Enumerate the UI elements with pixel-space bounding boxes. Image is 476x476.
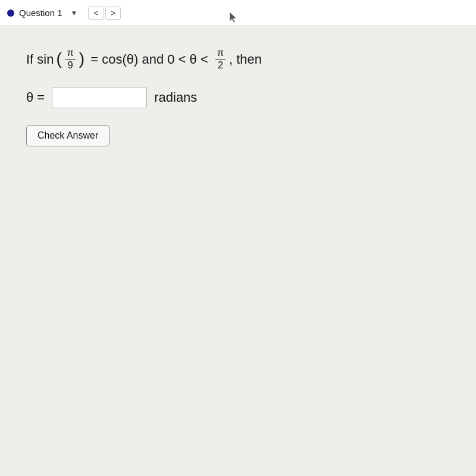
theta-equals-label: θ = — [26, 90, 45, 105]
prev-question-button[interactable]: < — [88, 7, 104, 20]
fraction-pi-over-2: π 2 — [215, 48, 226, 70]
fraction-numerator: π — [65, 48, 76, 60]
answer-input[interactable] — [52, 87, 147, 108]
close-paren: ) — [79, 51, 84, 67]
problem-suffix: , then — [229, 49, 262, 70]
check-answer-button[interactable]: Check Answer — [26, 125, 109, 146]
problem-equals-cos: = cos(θ) and 0 < θ < — [87, 49, 212, 70]
header-bar: Question 1 ▼ < > — [0, 0, 476, 26]
fraction2-numerator: π — [215, 48, 226, 60]
question-dot — [7, 10, 14, 17]
nav-buttons: < > — [88, 7, 120, 20]
next-question-button[interactable]: > — [105, 7, 121, 20]
answer-row: θ = radians — [26, 87, 450, 108]
open-paren: ( — [56, 51, 61, 67]
fraction-denominator: 9 — [66, 60, 75, 71]
question-label: Question 1 — [19, 8, 62, 18]
question-dropdown-button[interactable]: ▼ — [67, 8, 82, 18]
radians-label: radians — [154, 90, 197, 105]
problem-statement: If sin ( π 9 ) = cos(θ) and 0 < θ < π 2 … — [26, 48, 450, 70]
problem-prefix: If sin — [26, 49, 54, 70]
fraction-pi-over-9: π 9 — [65, 48, 76, 70]
main-content: If sin ( π 9 ) = cos(θ) and 0 < θ < π 2 … — [0, 26, 476, 168]
fraction2-denominator: 2 — [216, 60, 225, 71]
